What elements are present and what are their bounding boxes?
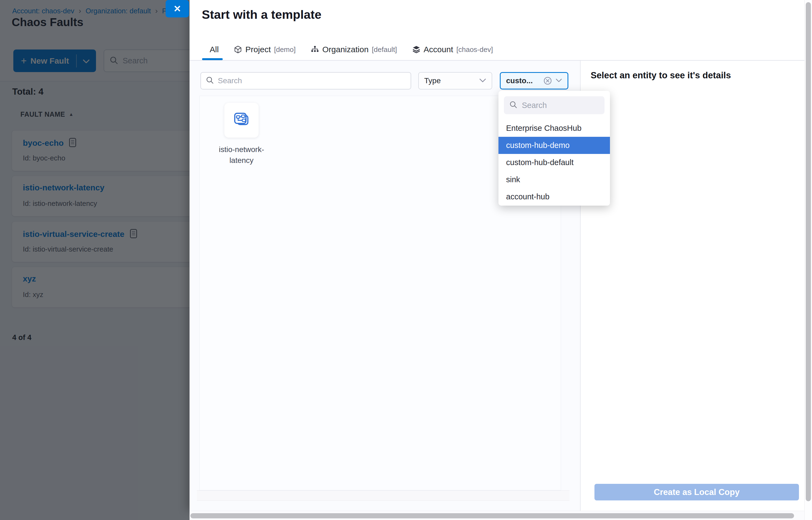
chaoshub-filter-value: custo...	[506, 76, 543, 85]
details-placeholder-text: Select an entity to see it's details	[591, 70, 731, 80]
chevron-down-icon	[555, 78, 562, 83]
template-search-box[interactable]	[201, 72, 411, 89]
tab-label: Organization	[322, 45, 368, 54]
cube-icon	[234, 46, 242, 54]
clear-filter-icon[interactable]	[543, 76, 552, 85]
chaoshub-filter-select[interactable]: custo...	[500, 72, 568, 89]
tab-account[interactable]: Account [chaos-dev]	[412, 45, 493, 54]
tab-scope-badge: [demo]	[274, 46, 296, 54]
chaoshub-dropdown-menu: Enterprise ChaosHub custom-hub-demo cust…	[498, 91, 610, 206]
tab-scope-badge: [default]	[372, 46, 397, 54]
chevron-down-icon	[479, 78, 486, 84]
create-as-local-copy-button[interactable]: Create as Local Copy	[595, 484, 799, 500]
hierarchy-icon	[311, 46, 319, 54]
tab-all[interactable]: All	[210, 45, 219, 54]
tab-label: Project	[245, 45, 270, 54]
tab-organization[interactable]: Organization [default]	[311, 45, 397, 54]
tab-label: Account	[424, 45, 453, 54]
menu-item-account-hub[interactable]: account-hub	[498, 188, 610, 205]
scope-tabs: All Project [demo] Organization [default…	[210, 41, 493, 58]
menu-item-custom-hub-demo[interactable]: custom-hub-demo	[498, 137, 610, 154]
close-icon: ✕	[174, 3, 181, 14]
grid-footer-strip	[197, 490, 570, 501]
menu-item-enterprise-chaoshub[interactable]: Enterprise ChaosHub	[498, 120, 610, 137]
template-card-label[interactable]: istio-network-latency	[211, 144, 272, 166]
dropdown-search-input[interactable]	[522, 101, 598, 110]
search-icon	[509, 101, 518, 110]
start-with-template-modal: ✕ Start with a template All Project [dem…	[189, 0, 804, 511]
menu-item-sink[interactable]: sink	[498, 171, 610, 188]
modal-title: Start with a template	[202, 8, 321, 22]
vertical-scrollbar[interactable]	[804, 0, 812, 520]
search-icon	[206, 76, 214, 85]
close-button[interactable]: ✕	[166, 0, 189, 18]
template-search-input[interactable]	[218, 76, 387, 85]
menu-item-custom-hub-default[interactable]: custom-hub-default	[498, 154, 610, 171]
tab-label: All	[210, 45, 219, 54]
template-card-istio-network-latency[interactable]	[224, 103, 259, 138]
horizontal-scrollbar-thumb[interactable]	[190, 513, 794, 518]
tab-scope-badge: [chaos-dev]	[456, 46, 493, 54]
vertical-scrollbar-thumb[interactable]	[806, 2, 811, 501]
dropdown-search-box[interactable]	[504, 96, 604, 114]
horizontal-scrollbar[interactable]	[189, 511, 812, 520]
template-icon	[233, 111, 251, 130]
tab-project[interactable]: Project [demo]	[234, 45, 295, 54]
type-filter-select[interactable]: Type	[418, 72, 492, 89]
type-filter-label: Type	[424, 76, 479, 85]
layers-icon	[412, 46, 420, 54]
active-tab-indicator	[202, 58, 223, 60]
